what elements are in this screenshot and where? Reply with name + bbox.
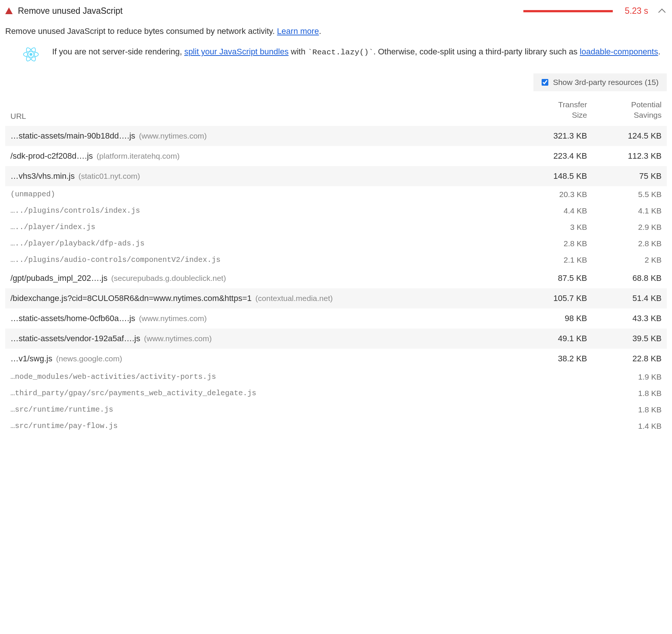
sub-url: …node_modules/web-activities/activity-po… (10, 373, 513, 381)
potential-savings: 75 KB (587, 171, 662, 181)
url-cell: …static-assets/home-0cfb60a….js(www.nyti… (10, 314, 513, 323)
sub-url: (unmapped) (10, 190, 513, 199)
transfer-size: 49.1 KB (513, 334, 587, 343)
table-row[interactable]: …vhs3/vhs.min.js(static01.nyt.com)148.5 … (5, 166, 667, 186)
savings-bar (523, 10, 613, 12)
table-subrow: …src/runtime/pay-flow.js1.4 KB (5, 418, 667, 434)
table-row[interactable]: /sdk-prod-c2f208d….js(platform.iteratehq… (5, 146, 667, 166)
sub-transfer-size: 3 KB (513, 223, 587, 232)
potential-savings: 51.4 KB (587, 294, 662, 303)
url-origin: (www.nytimes.com) (139, 131, 207, 140)
third-party-toggle[interactable]: Show 3rd-party resources (15) (533, 73, 667, 91)
sub-transfer-size: 2.1 KB (513, 256, 587, 264)
url-path: /gpt/pubads_impl_202….js (10, 273, 108, 283)
transfer-size: 148.5 KB (513, 171, 587, 181)
sub-transfer-size: 4.4 KB (513, 206, 587, 215)
sub-url: …src/runtime/pay-flow.js (10, 422, 513, 430)
table-row[interactable]: …static-assets/main-90b18dd….js(www.nyti… (5, 126, 667, 146)
opportunity-table: URL Transfer Size Potential Savings …sta… (5, 96, 667, 434)
url-origin: (contextual.media.net) (256, 294, 333, 303)
potential-savings: 39.5 KB (587, 334, 662, 343)
sub-url: …src/runtime/runtime.js (10, 405, 513, 414)
sub-potential-savings: 5.5 KB (587, 190, 662, 199)
url-cell: …vhs3/vhs.min.js(static01.nyt.com) (10, 171, 513, 181)
col-potential-savings: Potential Savings (587, 99, 662, 121)
col-part: Size (572, 111, 587, 119)
sub-potential-savings: 4.1 KB (587, 206, 662, 215)
table-subrow: …node_modules/web-activities/activity-po… (5, 369, 667, 385)
url-cell: /gpt/pubads_impl_202….js(securepubads.g.… (10, 273, 513, 283)
audit-display-value: 5.23 s (625, 6, 648, 16)
table-subrow: …../plugins/audio-controls/componentV2/i… (5, 252, 667, 268)
table-subrow: …src/runtime/runtime.js1.8 KB (5, 402, 667, 418)
third-party-label: Show 3rd-party resources (15) (553, 78, 659, 87)
col-part: Savings (634, 111, 662, 119)
tip-part: . Otherwise, code-split using a third-pa… (373, 47, 580, 56)
col-part: Transfer (558, 100, 587, 109)
desc-text: Remove unused JavaScript to reduce bytes… (5, 26, 277, 36)
url-path: …static-assets/main-90b18dd….js (10, 131, 135, 141)
url-path: …static-assets/vendor-192a5af….js (10, 334, 140, 343)
tip-part: If you are not server-side rendering, (52, 47, 184, 56)
sub-potential-savings: 1.8 KB (587, 389, 662, 398)
url-cell: …static-assets/vendor-192a5af….js(www.ny… (10, 334, 513, 343)
url-path: …vhs3/vhs.min.js (10, 171, 75, 181)
desc-suffix: . (319, 26, 321, 36)
sub-potential-savings: 1.9 KB (587, 373, 662, 381)
table-row[interactable]: /bidexchange.js?cid=8CULO58R6&dn=www.nyt… (5, 288, 667, 308)
loadable-components-link[interactable]: loadable-components (580, 47, 658, 56)
audit-remove-unused-js: Remove unused JavaScript 5.23 s Remove u… (4, 6, 668, 434)
url-cell: …static-assets/main-90b18dd….js(www.nyti… (10, 131, 513, 141)
table-row[interactable]: …v1/swg.js(news.google.com)38.2 KB22.8 K… (5, 349, 667, 369)
col-url: URL (10, 112, 513, 121)
potential-savings: 68.8 KB (587, 273, 662, 283)
sub-url: …third_party/gpay/src/payments_web_activ… (10, 389, 513, 397)
table-row[interactable]: …static-assets/home-0cfb60a….js(www.nyti… (5, 308, 667, 329)
table-row[interactable]: /gpt/pubads_impl_202….js(securepubads.g.… (5, 268, 667, 288)
transfer-size: 38.2 KB (513, 354, 587, 364)
url-origin: (securepubads.g.doubleclick.net) (111, 274, 226, 283)
audit-header[interactable]: Remove unused JavaScript 5.23 s (5, 6, 667, 20)
table-subrow: …third_party/gpay/src/payments_web_activ… (5, 385, 667, 402)
sub-potential-savings: 1.8 KB (587, 405, 662, 414)
fail-triangle-icon (5, 7, 13, 14)
url-origin: (www.nytimes.com) (139, 314, 207, 323)
third-party-checkbox[interactable] (542, 79, 548, 86)
tip-part: with (289, 47, 308, 56)
potential-savings: 112.3 KB (587, 151, 662, 161)
potential-savings: 124.5 KB (587, 131, 662, 141)
url-origin: (platform.iteratehq.com) (96, 152, 180, 161)
url-cell: /bidexchange.js?cid=8CULO58R6&dn=www.nyt… (10, 294, 513, 303)
transfer-size: 105.7 KB (513, 294, 587, 303)
col-transfer-size: Transfer Size (513, 99, 587, 121)
tip-text: If you are not server-side rendering, sp… (52, 46, 660, 64)
sub-url: …../player/index.js (10, 223, 513, 231)
url-cell: …v1/swg.js(news.google.com) (10, 354, 513, 364)
url-origin: (static01.nyt.com) (78, 172, 140, 181)
col-part: Potential (631, 100, 662, 109)
url-path: …v1/swg.js (10, 354, 52, 364)
table-subrow: …../player/index.js3 KB2.9 KB (5, 219, 667, 235)
table-header: URL Transfer Size Potential Savings (5, 96, 667, 126)
table-row[interactable]: …static-assets/vendor-192a5af….js(www.ny… (5, 329, 667, 349)
stack-pack-tip: If you are not server-side rendering, sp… (5, 44, 667, 71)
sub-potential-savings: 2.9 KB (587, 223, 662, 232)
chevron-up-icon[interactable] (658, 9, 666, 16)
tip-code: `React.lazy()` (308, 48, 373, 57)
potential-savings: 22.8 KB (587, 354, 662, 364)
transfer-size: 223.4 KB (513, 151, 587, 161)
table-subrow: …../player/playback/dfp-ads.js2.8 KB2.8 … (5, 235, 667, 252)
transfer-size: 321.3 KB (513, 131, 587, 141)
sub-url: …../plugins/controls/index.js (10, 206, 513, 215)
sub-potential-savings: 2.8 KB (587, 239, 662, 248)
learn-more-link[interactable]: Learn more (277, 26, 319, 36)
sub-transfer-size: 2.8 KB (513, 239, 587, 248)
split-bundles-link[interactable]: split your JavaScript bundles (184, 47, 289, 56)
url-cell: /sdk-prod-c2f208d….js(platform.iteratehq… (10, 151, 513, 161)
sub-potential-savings: 2 KB (587, 256, 662, 264)
table-subrow: …../plugins/controls/index.js4.4 KB4.1 K… (5, 203, 667, 219)
audit-title: Remove unused JavaScript (18, 6, 123, 16)
sub-url: …../player/playback/dfp-ads.js (10, 239, 513, 248)
url-path: /bidexchange.js?cid=8CULO58R6&dn=www.nyt… (10, 294, 252, 303)
url-path: …static-assets/home-0cfb60a….js (10, 314, 135, 323)
